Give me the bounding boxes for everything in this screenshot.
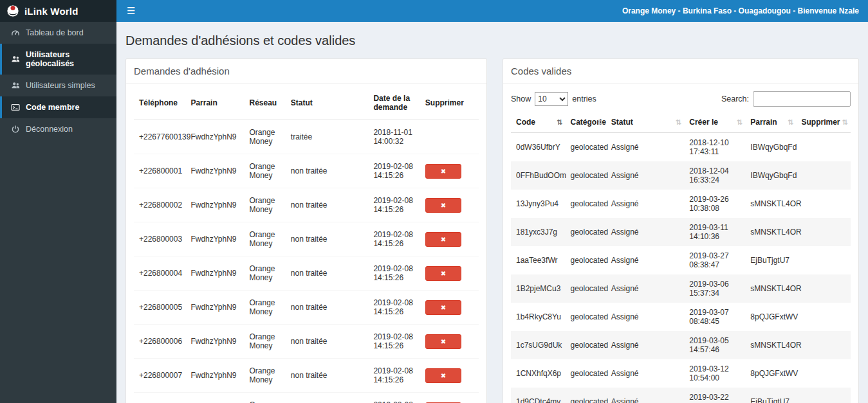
search-input[interactable] <box>753 91 851 107</box>
delete-button[interactable]: ✖ <box>425 300 461 315</box>
cell-telephone: +226800003 <box>134 222 185 256</box>
cell-parrain: sMNSKTL4OR <box>745 190 796 218</box>
cell-statut: Assigné <box>606 218 684 246</box>
cell-parrain: FwdhzYphN9 <box>185 291 244 325</box>
table-row: 1d9CDtc4mv geolocated Assigné 2019-03-22… <box>511 388 851 403</box>
cell-categorie: geolocated <box>565 331 605 359</box>
cell-categorie: geolocated <box>565 133 605 162</box>
cell-telephone: +226800006 <box>134 325 185 359</box>
cell-parrain: FwdhzYphN9 <box>185 393 244 403</box>
cell-statut: Assigné <box>606 161 684 190</box>
adhesions-panel: Demandes d'adhésion TéléphoneParrainRése… <box>125 58 487 403</box>
cell-reseau: Orange Money <box>245 154 286 188</box>
brand[interactable]: iLink World <box>0 0 116 22</box>
hamburger-menu-icon[interactable]: ☰ <box>116 0 145 22</box>
sidebar-item-label: Code membre <box>26 103 79 112</box>
table-row: +226800005 FwdhzYphN9 Orange Money non t… <box>134 291 479 325</box>
delete-button[interactable]: ✖ <box>425 334 461 349</box>
dashboard-icon <box>11 28 20 37</box>
cell-cree-le: 2019-03-07 08:48:45 <box>684 303 745 331</box>
page-title: Demandes d'adhésions et codes valides <box>125 33 859 48</box>
delete-button[interactable]: ✖ <box>425 164 461 179</box>
cell-code: 1aaTee3fWr <box>511 246 565 274</box>
sidebar-item-utilisateurs-simples[interactable]: Utilisateurs simples <box>0 75 116 96</box>
cell-reseau: Orange Money <box>245 120 286 154</box>
cell-supprimer <box>796 190 851 218</box>
codes-panel: Codes valides Show 10 entries Search: <box>503 58 859 403</box>
cell-statut: non traitée <box>286 359 369 393</box>
sidebar-item-utilisateurs-geolocalises[interactable]: Utilisateurs géolocalisés <box>0 44 116 75</box>
delete-button[interactable]: ✖ <box>425 368 461 383</box>
cell-date: 2019-02-08 14:15:26 <box>368 291 420 325</box>
delete-x-icon: ✖ <box>441 372 446 379</box>
cell-categorie: geolocated <box>565 161 605 190</box>
main-content: Demandes d'adhésions et codes valides De… <box>116 0 868 403</box>
table-row: +226800008 FwdhzYphN9 Orange Money non t… <box>134 393 479 403</box>
cell-cree-le: 2019-03-22 08:45:22 <box>684 388 745 403</box>
column-header-label: Statut <box>611 118 633 127</box>
sidebar-item-deconnexion[interactable]: Déconnexion <box>0 118 116 140</box>
entries-label: entries <box>572 94 596 103</box>
search-label: Search: <box>721 94 749 103</box>
cell-code: 1d9CDtc4mv <box>511 388 565 403</box>
cell-parrain: sMNSKTL4OR <box>745 218 796 246</box>
cell-parrain: EjBuTjgtU7 <box>745 388 796 403</box>
cell-date: 2019-02-08 14:15:26 <box>368 393 420 403</box>
sidebar-item-label: Utilisateurs géolocalisés <box>26 50 107 68</box>
datatable-controls: Show 10 entries Search: <box>503 84 858 112</box>
cell-statut: non traitée <box>286 291 369 325</box>
cell-parrain: IBWqyGbqFd <box>745 161 796 190</box>
column-header: Parrain <box>185 86 244 120</box>
cell-reseau: Orange Money <box>245 188 286 222</box>
users-icon <box>11 55 20 64</box>
cell-supprimer <box>796 133 851 162</box>
codes-header-row: Code ⇅ Catégorie ⇅ Statut ⇅ <box>511 112 851 133</box>
table-row: +226800003 FwdhzYphN9 Orange Money non t… <box>134 222 479 256</box>
delete-x-icon: ✖ <box>441 168 446 175</box>
cell-statut: Assigné <box>606 388 684 403</box>
codes-table: Code ⇅ Catégorie ⇅ Statut ⇅ <box>511 112 851 403</box>
brand-title: iLink World <box>24 6 78 17</box>
table-row: +22677600139 FwdhzYphN9 Orange Money tra… <box>134 120 479 154</box>
cell-statut: Assigné <box>606 190 684 218</box>
cell-telephone: +226800007 <box>134 359 185 393</box>
delete-button[interactable]: ✖ <box>425 266 461 281</box>
delete-button[interactable]: ✖ <box>425 232 461 247</box>
cell-supprimer: ✖ <box>420 291 479 325</box>
cell-parrain: EjBuTjgtU7 <box>745 246 796 274</box>
cell-date: 2019-02-08 14:15:26 <box>368 222 420 256</box>
users-icon <box>11 81 20 90</box>
column-header: Téléphone <box>134 86 185 120</box>
table-row: 1B2pjeMCu3 geolocated Assigné 2019-03-06… <box>511 274 851 303</box>
show-label: Show <box>511 94 531 103</box>
sort-icon: ⇅ <box>676 118 681 127</box>
sort-icon: ⇅ <box>788 118 793 127</box>
cell-supprimer <box>796 303 851 331</box>
cell-categorie: geolocated <box>565 303 605 331</box>
sidebar-item-code-membre[interactable]: Code membre <box>0 96 116 118</box>
sortable-column-header[interactable]: Supprimer ⇅ <box>796 112 851 133</box>
sort-icon: ⇅ <box>557 118 562 127</box>
page-length-select[interactable]: 10 <box>535 92 568 106</box>
cell-supprimer: ✖ <box>420 120 479 154</box>
column-header: Supprimer <box>420 86 479 120</box>
sortable-column-header[interactable]: Statut ⇅ <box>606 112 684 133</box>
cell-date: 2019-02-08 14:15:26 <box>368 359 420 393</box>
column-header: Statut <box>286 86 369 120</box>
cell-supprimer: ✖ <box>420 222 479 256</box>
sortable-column-header[interactable]: Créer le ⇅ <box>684 112 745 133</box>
cell-parrain: 8pQJGFxtWV <box>745 359 796 388</box>
sidebar-item-tableau-de-bord[interactable]: Tableau de bord <box>0 22 116 44</box>
column-header-label: Code <box>516 118 535 127</box>
terminal-icon <box>11 103 20 112</box>
cell-categorie: geolocated <box>565 190 605 218</box>
sidebar-item-label: Utilisateurs simples <box>26 81 95 90</box>
sortable-column-header[interactable]: Code ⇅ <box>511 112 565 133</box>
cell-date: 2019-02-08 14:15:26 <box>368 256 420 291</box>
table-row: 13Jyny3Pu4 geolocated Assigné 2019-03-26… <box>511 190 851 218</box>
cell-reseau: Orange Money <box>245 222 286 256</box>
sortable-column-header[interactable]: Parrain ⇅ <box>745 112 796 133</box>
cell-statut: Assigné <box>606 274 684 303</box>
delete-button[interactable]: ✖ <box>425 198 461 213</box>
sortable-column-header[interactable]: Catégorie ⇅ <box>565 112 605 133</box>
